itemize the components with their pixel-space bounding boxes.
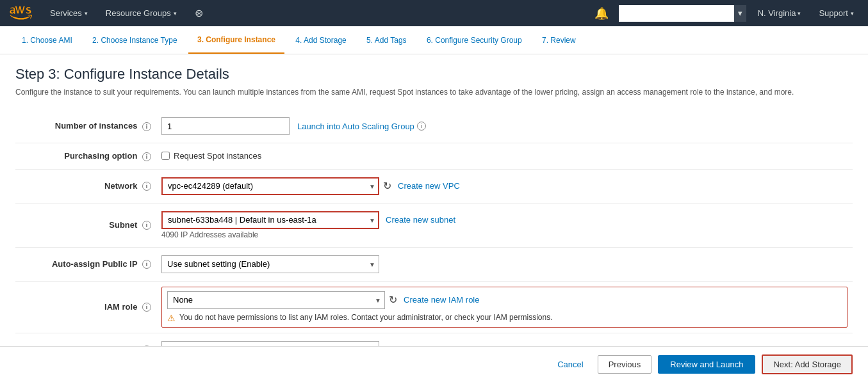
iam-refresh-btn[interactable]: ↻ [389,294,397,306]
search-dropdown-btn[interactable]: ▾ [734,5,746,22]
step-4[interactable]: 4. Add Storage [286,26,355,54]
create-subnet-link[interactable]: Create new subnet [386,215,455,225]
iam-role-value-cell: None ▼ ↻ Create new IAM role ⚠ You do no… [156,281,853,333]
shutdown-select-wrapper: Stop ▼ [161,341,379,346]
create-iam-link[interactable]: Create new IAM role [404,295,480,305]
step-7-label: 7. Review [542,36,576,45]
network-label: Network i [15,169,156,203]
services-menu[interactable]: Services ▾ [44,8,94,18]
notifications-bell[interactable]: 🔔 [589,6,614,20]
page-title: Step 3: Configure Instance Details [15,66,853,83]
network-info[interactable]: i [142,182,151,191]
iam-role-info[interactable]: i [142,303,151,312]
step-3[interactable]: 3. Configure Instance [188,26,284,54]
configure-form: Number of instances i Launch into Auto S… [15,109,853,346]
warning-icon: ⚠ [167,313,176,323]
launch-asg-info[interactable]: i [417,122,426,131]
iam-select-wrapper: None ▼ [167,291,385,309]
subnet-select[interactable]: subnet-633ba448 | Default in us-east-1a [161,211,379,229]
shutdown-row: Shutdown behavior i Stop ▼ [15,333,853,346]
iam-role-row: IAM role i None ▼ ↻ Create new IAM role [15,281,853,333]
aws-logo [8,6,33,21]
support-label: Support [819,8,848,18]
region-caret: ▾ [798,10,801,17]
subnet-row: Subnet i subnet-633ba448 | Default in us… [15,203,853,247]
public-ip-label: Auto-assign Public IP i [15,247,156,281]
step-6[interactable]: 6. Configure Security Group [418,26,531,54]
step-3-label: 3. Configure Instance [197,35,275,44]
top-navigation: Services ▾ Resource Groups ▾ ⊛ 🔔 ▾ N. Vi… [0,0,868,26]
ip-available-text: 4090 IP Addresses available [161,230,848,239]
purchasing-row: Purchasing option i Request Spot instanc… [15,143,853,170]
step-2-label: 2. Choose Instance Type [92,36,177,45]
network-select[interactable]: vpc-ec424289 (default) [161,177,379,195]
iam-role-select[interactable]: None [167,291,385,309]
services-caret: ▾ [85,10,88,17]
network-row: Network i vpc-ec424289 (default) ▼ ↻ Cre… [15,169,853,203]
public-ip-select[interactable]: Use subnet setting (Enable) [161,255,379,273]
iam-warning-message: ⚠ You do not have permissions to list an… [167,313,842,323]
step-2[interactable]: 2. Choose Instance Type [83,26,186,54]
subnet-select-wrapper: subnet-633ba448 | Default in us-east-1a … [161,211,379,229]
launch-asg-link[interactable]: Launch into Auto Scaling Group [297,122,414,131]
step-1[interactable]: 1. Choose AMI [13,26,81,54]
step-1-label: 1. Choose AMI [22,36,72,45]
num-instances-value-cell: Launch into Auto Scaling Group i [156,109,853,143]
network-refresh-btn[interactable]: ↻ [383,180,391,192]
subnet-label: Subnet i [15,203,156,247]
purchasing-info[interactable]: i [142,152,151,161]
network-select-wrapper: vpc-ec424289 (default) ▼ [161,177,379,195]
resource-groups-menu[interactable]: Resource Groups ▾ [99,8,183,18]
page-description: Configure the instance to suit your requ… [15,86,853,98]
num-instances-info[interactable]: i [142,122,151,131]
shutdown-select[interactable]: Stop [161,341,379,346]
num-instances-label: Number of instances i [15,109,156,143]
public-ip-info[interactable]: i [142,260,151,269]
request-spot-checkbox[interactable] [161,152,170,160]
step-6-label: 6. Configure Security Group [427,36,522,45]
iam-controls: None ▼ ↻ Create new IAM role [167,291,842,309]
region-selector[interactable]: N. Virginia ▾ [751,8,808,18]
resource-groups-label: Resource Groups [106,8,171,18]
resource-groups-caret: ▾ [174,10,177,17]
support-menu[interactable]: Support ▾ [812,8,860,18]
num-instances-row: Number of instances i Launch into Auto S… [15,109,853,143]
step-4-label: 4. Add Storage [295,36,346,45]
shutdown-value-cell: Stop ▼ [156,333,853,346]
main-content: Step 3: Configure Instance Details Confi… [0,54,868,346]
iam-role-label: IAM role i [15,281,156,333]
purchasing-label: Purchasing option i [15,143,156,170]
network-value-cell: vpc-ec424289 (default) ▼ ↻ Create new VP… [156,170,853,203]
create-vpc-link[interactable]: Create new VPC [398,181,460,191]
request-spot-label: Request Spot instances [161,151,848,161]
public-ip-value-cell: Use subnet setting (Enable) ▼ [156,247,853,281]
wizard-steps: 1. Choose AMI 2. Choose Instance Type 3.… [0,26,868,54]
subnet-value-cell: subnet-633ba448 | Default in us-east-1a … [156,203,853,247]
step-7[interactable]: 7. Review [533,26,585,54]
purchasing-value-cell: Request Spot instances [156,143,853,170]
iam-warning-box: None ▼ ↻ Create new IAM role ⚠ You do no… [161,287,848,328]
public-ip-select-wrapper: Use subnet setting (Enable) ▼ [161,255,379,273]
step-5[interactable]: 5. Add Tags [357,26,416,54]
num-instances-input[interactable] [161,117,290,135]
bookmark-icon[interactable]: ⊛ [188,7,209,19]
search-input[interactable] [619,5,734,22]
support-caret: ▾ [851,10,854,17]
step-5-label: 5. Add Tags [366,36,407,45]
public-ip-row: Auto-assign Public IP i Use subnet setti… [15,247,853,281]
services-label: Services [50,8,82,18]
region-label: N. Virginia [758,8,796,18]
subnet-info[interactable]: i [142,221,151,230]
shutdown-label: Shutdown behavior i [15,333,156,346]
